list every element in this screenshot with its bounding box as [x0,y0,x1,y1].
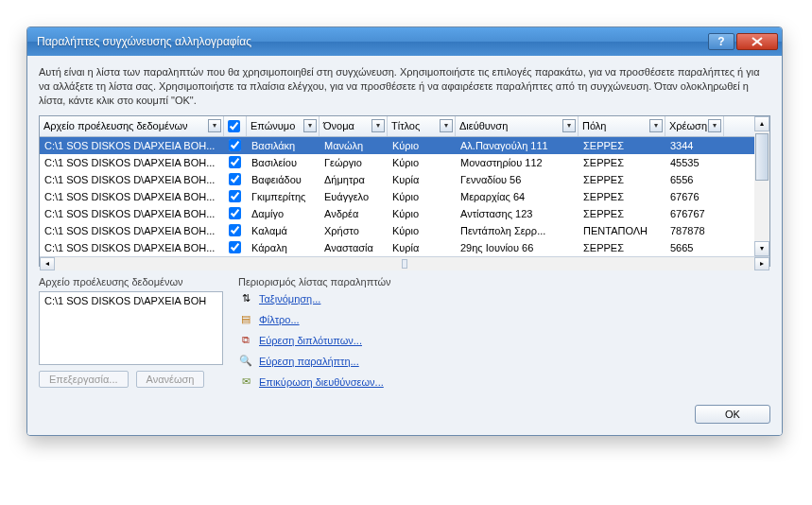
col-header-debt[interactable]: Χρέωση▾ [665,116,724,136]
validate-icon: ✉ [238,374,253,390]
sort-link[interactable]: Ταξινόμηση... [259,293,320,305]
cell-title: Κύριο [388,225,456,236]
col-header-source[interactable]: Αρχείο προέλευσης δεδομένων▾ [40,116,224,136]
table-row[interactable]: C:\1 SOS DISKOS D\ΑΡΧΕΙΑ BOH...Βασιλείου… [40,154,754,171]
col-header-firstname[interactable]: Όνομα▾ [320,116,388,136]
find-recipient-link[interactable]: Εύρεση παραλήπτη... [259,356,359,367]
dropdown-icon[interactable]: ▾ [303,119,317,132]
find-duplicates-link[interactable]: Εύρεση διπλότυπων... [259,335,362,346]
help-button[interactable]: ? [708,33,734,50]
cell-checkbox[interactable] [224,173,247,185]
cell-firstname: Δήμητρα [320,174,388,185]
cell-source: C:\1 SOS DISKOS D\ΑΡΧΕΙΑ BOH... [40,191,224,202]
cell-source: C:\1 SOS DISKOS D\ΑΡΧΕΙΑ BOH... [40,157,224,168]
cell-debt: 5665 [665,242,724,253]
grid-body[interactable]: C:\1 SOS DISKOS D\ΑΡΧΕΙΑ BOH...ΒασιλάκηΜ… [40,137,754,256]
dropdown-icon[interactable]: ▾ [708,119,721,132]
cell-checkbox[interactable] [224,207,247,219]
ok-button[interactable]: OK [695,405,770,424]
scroll-thumb[interactable] [402,259,407,269]
cell-checkbox[interactable] [224,241,247,253]
cell-checkbox[interactable] [224,156,247,168]
filter-link[interactable]: Φίλτρο... [259,314,300,325]
cell-lastname: Βασιλείου [247,157,320,168]
window-title: Παραλήπτες συγχώνευσης αλληλογραφίας [37,35,706,48]
row-checkbox[interactable] [229,156,241,168]
cell-source: C:\1 SOS DISKOS D\ΑΡΧΕΙΑ BOH... [40,208,224,219]
intro-text: Αυτή είναι η λίστα των παραληπτών που θα… [39,65,770,108]
close-button[interactable] [736,33,778,50]
refine-panel: Περιορισμός λίστας παραληπτών ⇅Ταξινόμησ… [238,276,770,395]
row-checkbox[interactable] [229,190,241,202]
scroll-up-icon[interactable]: ▴ [754,116,769,131]
cell-debt: 67676 [665,191,724,202]
cell-lastname: Βαφειάδου [247,174,320,185]
table-row[interactable]: C:\1 SOS DISKOS D\ΑΡΧΕΙΑ BOH...ΔαμίγοΑνδ… [40,205,754,222]
col-header-check[interactable] [224,116,247,136]
col-header-address[interactable]: Διεύθυνση▾ [456,116,579,136]
titlebar: Παραλήπτες συγχώνευσης αλληλογραφίας ? [27,27,782,56]
cell-checkbox[interactable] [224,224,247,236]
row-checkbox[interactable] [229,241,241,253]
table-row[interactable]: C:\1 SOS DISKOS D\ΑΡΧΕΙΑ BOH...Βαφειάδου… [40,171,754,188]
cell-city: ΣΕΡΡΕΣ [579,191,665,202]
scroll-down-icon[interactable]: ▾ [754,241,769,256]
horizontal-scrollbar[interactable]: ◂ ▸ [40,256,769,270]
vertical-scrollbar[interactable]: ▴ ▾ [754,116,769,256]
cell-address: Μοναστηρίου 112 [456,157,579,168]
cell-firstname: Ανδρέα [320,208,388,219]
dropdown-icon[interactable]: ▾ [208,119,221,132]
cell-checkbox[interactable] [224,190,247,202]
row-checkbox[interactable] [229,173,241,185]
row-checkbox[interactable] [229,224,241,236]
dropdown-icon[interactable]: ▾ [562,119,576,132]
cell-title: Κύριο [388,140,456,151]
data-source-panel: Αρχείο προέλευσης δεδομένων C:\1 SOS DIS… [39,276,223,395]
dropdown-icon[interactable]: ▾ [649,119,663,132]
cell-debt: 676767 [665,208,724,219]
data-source-label: Αρχείο προέλευσης δεδομένων [39,276,223,287]
mail-merge-recipients-dialog: Παραλήπτες συγχώνευσης αλληλογραφίας ? Α… [26,26,783,436]
cell-firstname: Μανώλη [320,140,388,151]
grid-header: Αρχείο προέλευσης δεδομένων▾ Επώνυμο▾ Όν… [40,116,754,137]
cell-debt: 787878 [665,225,724,236]
refine-label: Περιορισμός λίστας παραληπτών [238,276,770,287]
cell-address: 29ης Ιουνίου 66 [456,242,579,253]
cell-firstname: Χρήστο [320,225,388,236]
dropdown-icon[interactable]: ▾ [371,119,385,132]
scroll-thumb[interactable] [755,133,769,181]
cell-lastname: Καλαμά [247,225,320,236]
data-source-entry[interactable]: C:\1 SOS DISKOS D\ΑΡΧΕΙΑ BOH [44,295,217,306]
cell-checkbox[interactable] [224,139,247,151]
find-icon: 🔍 [238,354,253,369]
cell-debt: 6556 [665,174,724,185]
row-checkbox[interactable] [229,139,241,151]
select-all-checkbox[interactable] [228,120,240,132]
col-header-city[interactable]: Πόλη▾ [579,116,665,136]
cell-address: Μεραρχίας 64 [456,191,579,202]
table-row[interactable]: C:\1 SOS DISKOS D\ΑΡΧΕΙΑ BOH...ΒασιλάκηΜ… [40,137,754,154]
cell-lastname: Δαμίγο [247,208,320,219]
cell-title: Κύριο [388,157,456,168]
table-row[interactable]: C:\1 SOS DISKOS D\ΑΡΧΕΙΑ BOH...Γκιμπερίτ… [40,188,754,205]
cell-source: C:\1 SOS DISKOS D\ΑΡΧΕΙΑ BOH... [40,242,224,253]
table-row[interactable]: C:\1 SOS DISKOS D\ΑΡΧΕΙΑ BOH...ΚαλαμάΧρή… [40,222,754,239]
data-source-listbox[interactable]: C:\1 SOS DISKOS D\ΑΡΧΕΙΑ BOH [39,291,223,365]
row-checkbox[interactable] [229,207,241,219]
cell-address: Πεντάπολη Σερρ... [456,225,579,236]
scroll-left-icon[interactable]: ◂ [40,257,55,270]
cell-firstname: Ευάγγελο [320,191,388,202]
table-row[interactable]: C:\1 SOS DISKOS D\ΑΡΧΕΙΑ BOH...ΚάραληΑνα… [40,239,754,256]
sort-icon: ⇅ [238,291,253,306]
cell-debt: 45535 [665,157,724,168]
validate-addresses-link[interactable]: Επικύρωση διευθύνσεων... [259,376,384,388]
cell-firstname: Γεώργιο [320,157,388,168]
cell-source: C:\1 SOS DISKOS D\ΑΡΧΕΙΑ BOH... [40,174,224,185]
dropdown-icon[interactable]: ▾ [440,119,453,132]
cell-source: C:\1 SOS DISKOS D\ΑΡΧΕΙΑ BOH... [40,140,224,151]
cell-address: Αλ.Παναγούλη 111 [456,140,579,151]
scroll-right-icon[interactable]: ▸ [754,257,769,270]
col-header-lastname[interactable]: Επώνυμο▾ [247,116,320,136]
cell-firstname: Αναστασία [320,242,388,253]
col-header-title[interactable]: Τίτλος▾ [388,116,456,136]
